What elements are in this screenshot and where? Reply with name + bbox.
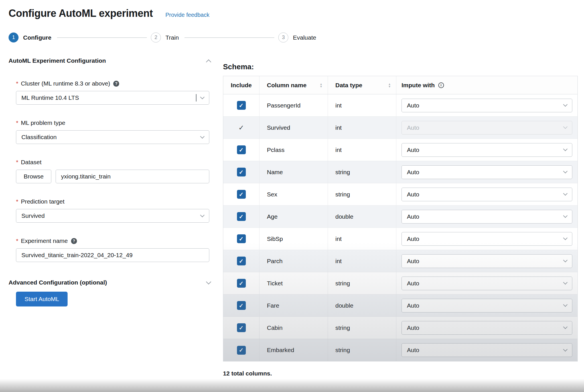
include-checkbox[interactable]: ✓ bbox=[237, 168, 246, 176]
column-name-cell: Fare bbox=[259, 294, 328, 316]
data-type-cell: int bbox=[328, 117, 396, 139]
total-columns-text: 12 total columns. bbox=[223, 370, 578, 377]
impute-select[interactable]: Auto bbox=[402, 299, 572, 312]
impute-select[interactable]: Auto bbox=[402, 343, 572, 357]
column-name-cell: Parch bbox=[259, 250, 328, 272]
check-icon: ✓ bbox=[239, 236, 244, 242]
impute-select[interactable]: Auto bbox=[402, 188, 572, 201]
schema-table-header: Include Column name ▲ ▼ Data type ▲ ▼ bbox=[223, 76, 577, 94]
impute-value: Auto bbox=[407, 347, 419, 354]
include-cell: ✓ bbox=[223, 161, 259, 183]
schema-row-sex: ✓SexstringAuto bbox=[223, 183, 577, 206]
impute-select[interactable]: Auto bbox=[402, 99, 572, 112]
impute-select[interactable]: Auto bbox=[402, 143, 572, 157]
chevron-down-icon bbox=[563, 147, 568, 151]
impute-select[interactable]: Auto bbox=[402, 210, 572, 224]
cluster-select-value: ML Runtime 10.4 LTS bbox=[21, 94, 79, 101]
problem-type-label: * ML problem type bbox=[16, 119, 209, 126]
data-type-cell: string bbox=[328, 183, 396, 205]
dataset-input-value: yxiong.titanic_train bbox=[61, 173, 111, 180]
advanced-section-header[interactable]: Advanced Configuration (optional) bbox=[9, 279, 216, 286]
prediction-target-select-value: Survived bbox=[21, 212, 45, 219]
include-checkbox[interactable]: ✓ bbox=[237, 190, 246, 199]
help-icon[interactable]: ? bbox=[113, 81, 119, 87]
required-asterisk: * bbox=[16, 119, 18, 126]
problem-type-select[interactable]: Classification bbox=[16, 130, 209, 144]
include-checkbox[interactable]: ✓ bbox=[237, 145, 246, 154]
field-label-text: Experiment name bbox=[21, 237, 68, 244]
config-section-header[interactable]: AutoML Experiment Configuration bbox=[9, 57, 216, 64]
prediction-target-field: * Prediction target Survived bbox=[16, 198, 209, 223]
sort-icon[interactable]: ▲ ▼ bbox=[320, 83, 323, 88]
sort-icon[interactable]: ▲ ▼ bbox=[388, 83, 391, 88]
include-cell: ✓ bbox=[223, 294, 259, 316]
include-checkbox[interactable]: ✓ bbox=[237, 234, 246, 243]
include-cell: ✓ bbox=[223, 94, 259, 116]
step-label: Configure bbox=[23, 34, 51, 41]
include-cell: ✓ bbox=[223, 206, 259, 228]
impute-select[interactable]: Auto bbox=[402, 321, 572, 335]
step-number-badge: 1 bbox=[9, 33, 19, 42]
step-evaluate[interactable]: 3Evaluate bbox=[278, 33, 321, 42]
data-type-cell: string bbox=[328, 339, 396, 361]
step-configure[interactable]: 1Configure bbox=[9, 33, 56, 42]
help-icon[interactable]: ? bbox=[71, 238, 77, 244]
include-checkbox[interactable]: ✓ bbox=[237, 101, 246, 110]
step-number-badge: 2 bbox=[151, 33, 161, 42]
problem-type-field: * ML problem type Classification bbox=[16, 119, 209, 144]
schema-row-fare: ✓FaredoubleAuto bbox=[223, 294, 577, 317]
impute-value: Auto bbox=[407, 302, 419, 309]
required-asterisk: * bbox=[16, 159, 18, 166]
provide-feedback-link[interactable]: Provide feedback bbox=[165, 12, 210, 18]
stepper-connector bbox=[57, 37, 147, 38]
impute-value: Auto bbox=[407, 213, 419, 220]
impute-select[interactable]: Auto bbox=[402, 165, 572, 179]
stepper: 1Configure2Train3Evaluate bbox=[0, 33, 584, 42]
schema-title: Schema: bbox=[223, 62, 578, 71]
include-checkbox[interactable]: ✓ bbox=[237, 301, 246, 310]
experiment-name-input-value: Survived_titanic_train-2022_04_20-12_49 bbox=[21, 252, 133, 259]
impute-cell: Auto bbox=[396, 250, 577, 272]
impute-cell: Auto bbox=[396, 339, 577, 361]
column-name-cell: Survived bbox=[259, 117, 328, 139]
check-icon: ✓ bbox=[239, 103, 244, 108]
include-checkbox[interactable]: ✓ bbox=[237, 346, 246, 355]
text-cursor bbox=[196, 94, 196, 101]
experiment-name-input[interactable]: Survived_titanic_train-2022_04_20-12_49 bbox=[16, 248, 209, 262]
schema-table-body: ✓PassengerIdintAuto✓SurvivedintAuto✓Pcla… bbox=[223, 94, 577, 361]
chevron-down-icon bbox=[563, 169, 568, 174]
data-type-header[interactable]: Data type ▲ ▼ bbox=[328, 76, 396, 94]
include-checkbox[interactable]: ✓ bbox=[237, 212, 246, 221]
page-header: Configure AutoML experiment Provide feed… bbox=[0, 0, 584, 19]
impute-select[interactable]: Auto bbox=[402, 277, 572, 290]
sort-down-icon: ▼ bbox=[388, 85, 391, 88]
required-asterisk: * bbox=[16, 80, 18, 87]
impute-value: Auto bbox=[407, 258, 419, 265]
impute-cell: Auto bbox=[396, 272, 577, 294]
browse-button[interactable]: Browse bbox=[16, 170, 51, 183]
advanced-section-title: Advanced Configuration (optional) bbox=[9, 279, 107, 286]
experiment-name-field: * Experiment name ? Survived_titanic_tra… bbox=[16, 237, 209, 262]
include-checkbox[interactable]: ✓ bbox=[237, 279, 246, 288]
impute-select[interactable]: Auto bbox=[402, 254, 572, 268]
column-name-cell: Ticket bbox=[259, 272, 328, 294]
prediction-target-select[interactable]: Survived bbox=[16, 209, 209, 223]
dataset-label: * Dataset bbox=[16, 159, 209, 166]
column-name-cell: Cabin bbox=[259, 317, 328, 339]
include-cell: ✓ bbox=[223, 272, 259, 294]
impute-select[interactable]: Auto bbox=[402, 232, 572, 246]
start-automl-button[interactable]: Start AutoML bbox=[16, 292, 68, 306]
dataset-row: Browse yxiong.titanic_train bbox=[16, 170, 209, 183]
cluster-select[interactable]: ML Runtime 10.4 LTS bbox=[16, 91, 209, 105]
include-checkbox[interactable]: ✓ bbox=[237, 257, 246, 265]
column-name-header[interactable]: Column name ▲ ▼ bbox=[259, 76, 328, 94]
info-icon[interactable]: i bbox=[438, 82, 444, 88]
impute-value: Auto bbox=[407, 102, 419, 109]
include-checkbox[interactable]: ✓ bbox=[237, 323, 246, 332]
chevron-down-icon bbox=[563, 347, 568, 352]
target-check-icon: ✓ bbox=[238, 124, 244, 132]
step-train[interactable]: 2Train bbox=[151, 33, 183, 42]
impute-value: Auto bbox=[407, 147, 419, 153]
impute-cell: Auto bbox=[396, 183, 577, 205]
dataset-input[interactable]: yxiong.titanic_train bbox=[56, 170, 209, 183]
